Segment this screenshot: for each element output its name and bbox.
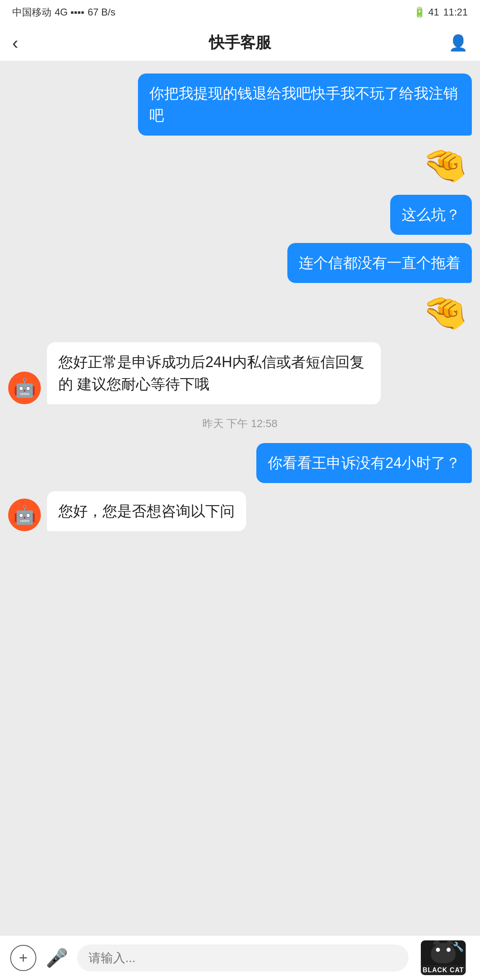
chat-area: 你把我提现的钱退给我吧快手我不玩了给我注销吧 🤏 这么坑？ 连个信都没有一直个拖… bbox=[0, 61, 480, 935]
message-bubble: 连个信都没有一直个拖着 bbox=[287, 243, 472, 283]
message-text: 您好，您是否想咨询以下问 bbox=[58, 503, 235, 519]
black-cat-text: BLACK CAT bbox=[422, 967, 464, 973]
mic-icon: 🎤 bbox=[46, 948, 68, 968]
message-text: 您好正常是申诉成功后24H内私信或者短信回复的 建议您耐心等待下哦 bbox=[58, 354, 364, 392]
profile-button[interactable]: 👤 bbox=[443, 34, 468, 52]
back-button[interactable]: ‹ bbox=[12, 33, 37, 53]
message-text: 你把我提现的钱退给我吧快手我不玩了给我注销吧 bbox=[149, 85, 458, 124]
message-bubble: 您好，您是否想咨询以下问 bbox=[47, 491, 246, 531]
emoji-row: 🤏 bbox=[8, 144, 472, 187]
status-right: 🔋 41 11:21 bbox=[413, 7, 468, 18]
timestamp: 昨天 下午 12:58 bbox=[202, 416, 278, 431]
profile-icon: 👤 bbox=[449, 34, 468, 52]
input-bar: + 🎤 🔧 BLACK CAT bbox=[0, 935, 480, 980]
robot-icon: 🤖 bbox=[13, 377, 36, 399]
bot-avatar: 🤖 bbox=[8, 372, 41, 404]
emoji: 🤏 bbox=[422, 144, 468, 187]
timestamp-row: 昨天 下午 12:58 bbox=[8, 416, 472, 431]
message-row: 🤖 您好正常是申诉成功后24H内私信或者短信回复的 建议您耐心等待下哦 bbox=[8, 342, 472, 404]
chat-spacer bbox=[8, 539, 472, 923]
message-bubble: 这么坑？ bbox=[390, 195, 472, 235]
add-icon: + bbox=[19, 949, 27, 967]
message-bubble: 你看看王申诉没有24小时了？ bbox=[256, 443, 472, 483]
message-row: 你看看王申诉没有24小时了？ bbox=[8, 443, 472, 483]
message-bubble: 您好正常是申诉成功后24H内私信或者短信回复的 建议您耐心等待下哦 bbox=[47, 342, 381, 404]
time-label: 11:21 bbox=[443, 7, 468, 18]
page-title: 快手客服 bbox=[37, 32, 443, 53]
robot-icon: 🤖 bbox=[13, 504, 36, 526]
message-row: 你把我提现的钱退给我吧快手我不玩了给我注销吧 bbox=[8, 74, 472, 136]
message-bubble: 你把我提现的钱退给我吧快手我不玩了给我注销吧 bbox=[138, 74, 472, 136]
message-row: 连个信都没有一直个拖着 bbox=[8, 243, 472, 283]
signal-label: 4G ▪▪▪▪ bbox=[55, 7, 84, 18]
battery-label: 🔋 41 bbox=[413, 7, 439, 18]
emoji: 🤏 bbox=[422, 291, 468, 334]
add-button[interactable]: + bbox=[10, 945, 36, 971]
speed-label: 67 B/s bbox=[88, 7, 116, 18]
message-text: 连个信都没有一直个拖着 bbox=[299, 254, 460, 271]
message-text: 这么坑？ bbox=[402, 206, 460, 223]
carrier-label: 中国移动 bbox=[12, 6, 51, 19]
back-icon: ‹ bbox=[12, 33, 18, 53]
mic-button[interactable]: 🎤 bbox=[44, 947, 69, 969]
message-row: 🤖 您好，您是否想咨询以下问 bbox=[8, 491, 472, 531]
header: ‹ 快手客服 👤 bbox=[0, 24, 480, 61]
message-input[interactable] bbox=[77, 944, 409, 971]
emoji-row: 🤏 bbox=[8, 291, 472, 334]
message-text: 你看看王申诉没有24小时了？ bbox=[268, 454, 460, 471]
bot-avatar: 🤖 bbox=[8, 499, 41, 531]
status-bar: 中国移动 4G ▪▪▪▪ 67 B/s 🔋 41 11:21 bbox=[0, 0, 480, 24]
status-left: 中国移动 4G ▪▪▪▪ 67 B/s bbox=[12, 6, 116, 19]
black-cat-logo[interactable]: 🔧 BLACK CAT bbox=[417, 938, 470, 978]
message-row: 这么坑？ bbox=[8, 195, 472, 235]
